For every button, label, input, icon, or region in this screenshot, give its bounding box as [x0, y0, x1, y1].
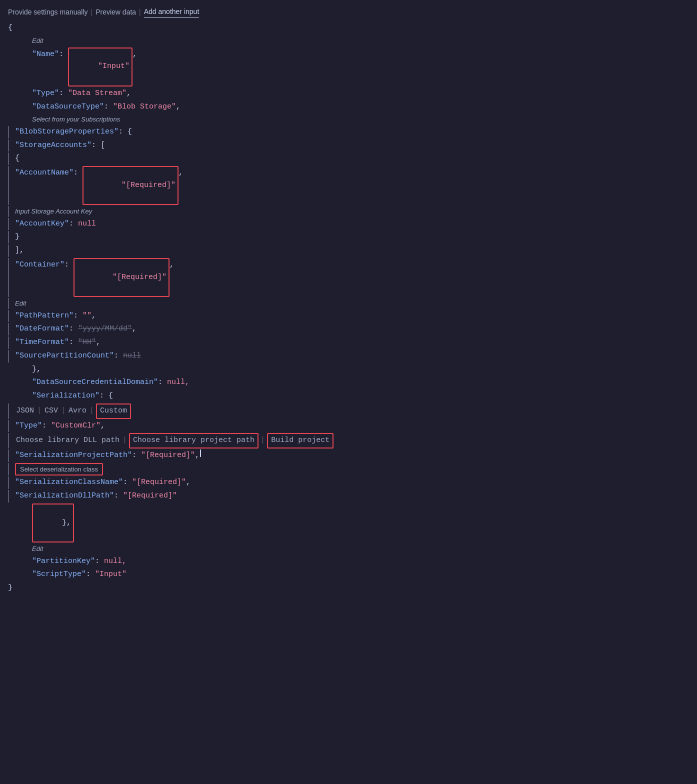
blobstorage-open: "BlobStorageProperties" : { — [8, 126, 689, 139]
add-another-input-link[interactable]: Add another input — [144, 6, 200, 18]
name-field: "Name" : "Input" , — [8, 47, 689, 87]
serialization-open: "Serialization" : { — [8, 390, 689, 403]
serialization-type-tabs: JSON | CSV | Avro | Custom — [8, 403, 689, 420]
serialization-close-box: }, — [32, 504, 74, 542]
inner-open: { — [8, 152, 689, 166]
storageaccounts-close: ], — [8, 244, 689, 258]
preview-data-link[interactable]: Preview data — [96, 6, 136, 18]
timeformat-field: "TimeFormat" : "HH" , — [8, 336, 689, 350]
custom-tab[interactable]: Custom — [96, 404, 131, 419]
sep1: | — [91, 6, 93, 18]
build-project-link[interactable]: Build project — [267, 433, 334, 448]
edit-label-3: Edit — [8, 543, 689, 554]
blobstorage-close: }, — [8, 363, 689, 376]
text-cursor — [200, 450, 201, 457]
pathpattern-field: "PathPattern" : "" , — [8, 310, 689, 323]
accountname-value-box[interactable]: "[Required]" — [82, 166, 178, 205]
select-deserialization-button[interactable]: Select deserialization class — [15, 463, 103, 476]
name-value-box[interactable]: "Input" — [68, 48, 132, 86]
json-tab[interactable]: JSON — [15, 404, 35, 418]
select-subscriptions-label: Select from your Subscriptions — [8, 114, 689, 125]
input-storage-label: Input Storage Account Key — [8, 206, 689, 217]
edit-label-1: Edit — [8, 35, 689, 46]
provide-settings-link[interactable]: Provide settings manually — [8, 6, 88, 18]
datasource-field: "DataSourceType" : "Blob Storage" , — [8, 100, 689, 114]
top-bar: Provide settings manually | Preview data… — [8, 6, 689, 18]
accountname-field: "AccountName" : "[Required]" , — [8, 166, 689, 206]
storageaccounts-open: "StorageAccounts" : [ — [8, 139, 689, 152]
dateformat-field: "DateFormat" : "yyyy/MM/dd" , — [8, 322, 689, 336]
code-editor: { Edit "Name" : "Input" , "Type" : "Data… — [8, 22, 689, 594]
type-field: "Type" : "Data Stream" , — [8, 87, 689, 100]
select-deserialization-row: Select deserialization class — [8, 462, 689, 476]
serialization-dllpath-field: "SerializationDllPath" : "[Required]" — [8, 490, 689, 503]
edit-label-2: Edit — [8, 298, 689, 309]
scripttype-field: "ScriptType" : "Input" — [8, 568, 689, 582]
root-open-brace: { — [8, 22, 689, 35]
root-close-brace: } — [8, 582, 689, 595]
container-value-box[interactable]: "[Required]" — [74, 258, 170, 297]
library-actions: Choose library DLL path | Choose library… — [8, 432, 689, 449]
serialization-classname-field: "SerializationClassName" : "[Required]" … — [8, 476, 689, 490]
choose-project-path-link[interactable]: Choose library project path — [129, 433, 258, 448]
datasource-credential-field: "DataSourceCredentialDomain" : null, — [8, 376, 689, 390]
accountkey-field: "AccountKey" : null — [8, 218, 689, 231]
partitionkey-field: "PartitionKey" : null, — [8, 555, 689, 568]
csv-tab[interactable]: CSV — [44, 404, 59, 418]
avro-tab[interactable]: Avro — [68, 404, 88, 418]
sourcepartition-field: "SourcePartitionCount" : null — [8, 350, 689, 363]
type-custom-field: "Type" : "CustomClr" , — [8, 420, 689, 433]
sep2: | — [139, 6, 141, 18]
inner-close: } — [8, 230, 689, 244]
serialization-close: }, — [8, 503, 689, 543]
serialization-project-path-field: "SerializationProjectPath" : "[Required]… — [8, 449, 689, 462]
container-field: "Container" : "[Required]" , — [8, 258, 689, 298]
choose-dll-path-link[interactable]: Choose library DLL path — [15, 434, 120, 448]
